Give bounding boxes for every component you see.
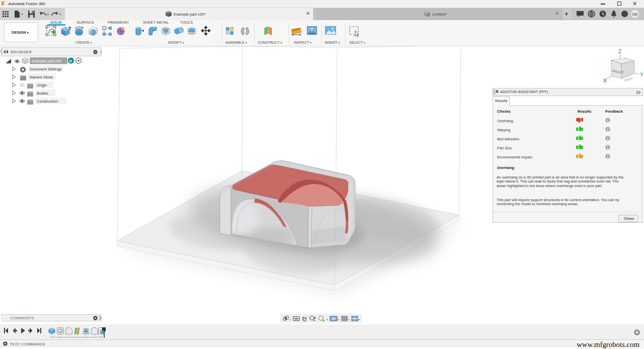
svg-text:Y: Y: [640, 72, 643, 77]
svg-text:X: X: [603, 78, 607, 83]
svg-text:Example part v20: Example part v20: [32, 59, 61, 63]
svg-text:Z: Z: [618, 49, 621, 54]
svg-text:Origin: Origin: [37, 83, 47, 88]
svg-text:DB: DB: [632, 12, 637, 17]
svg-text:Named Views: Named Views: [30, 75, 53, 79]
svg-text:?: ?: [623, 12, 626, 17]
svg-text:D: D: [69, 59, 72, 63]
svg-text:Bodies: Bodies: [37, 91, 48, 96]
svg-text:Construction: Construction: [37, 99, 58, 104]
svg-text:Document Settings: Document Settings: [30, 67, 62, 71]
